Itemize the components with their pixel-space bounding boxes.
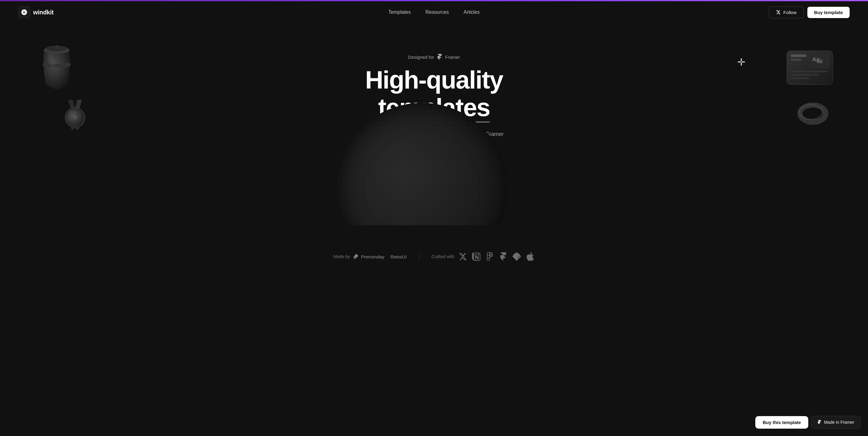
- card-svg: 🏔 Aa: [785, 48, 834, 88]
- decorative-card: 🏔 Aa: [785, 48, 834, 88]
- nav-actions: Follow Buy template: [769, 6, 849, 19]
- logo-icon: [19, 6, 30, 18]
- windkit-logo-svg: [21, 9, 28, 15]
- made-by-label: Made by: [334, 254, 350, 259]
- nav-resources[interactable]: Resources: [426, 9, 449, 15]
- decorative-torus: [798, 100, 828, 127]
- svg-rect-10: [791, 59, 802, 61]
- made-by-section: Made by Premonday ReissUI: [334, 254, 407, 259]
- designed-for: Designed for Framer: [408, 54, 460, 60]
- made-in-framer-label: Made in Framer: [824, 420, 854, 425]
- navbar: windkit Templates Resources Articles Fol…: [0, 1, 868, 23]
- buy-template-button[interactable]: Buy template: [807, 7, 849, 18]
- designed-for-text: Designed for: [408, 55, 434, 60]
- sketch-craft-icon: [513, 252, 521, 261]
- notion-craft-icon: [472, 252, 480, 261]
- apple-craft-icon: [526, 252, 534, 261]
- divider: [419, 253, 419, 260]
- nav-templates[interactable]: Templates: [389, 9, 411, 15]
- reissui-logo: ReissUI: [391, 254, 407, 259]
- crafted-with-section: Crafted with: [432, 252, 535, 261]
- svg-text:Aa: Aa: [812, 56, 819, 62]
- svg-rect-9: [791, 55, 806, 57]
- decorative-medal: ★: [61, 97, 89, 130]
- hero-section: ★ 🏔 Aa: [0, 23, 868, 201]
- premonday-icon: [353, 254, 359, 259]
- torus-svg: [798, 100, 828, 127]
- made-by-logos: Premonday ReissUI: [353, 254, 406, 259]
- craft-icons: [459, 252, 534, 261]
- brand2-label: ReissUI: [391, 254, 407, 259]
- logo-text: windkit: [33, 9, 54, 16]
- globe-decoration: [336, 103, 532, 225]
- plus-decoration: ✛: [737, 56, 745, 68]
- svg-rect-15: [791, 77, 809, 79]
- nav-articles[interactable]: Articles: [463, 9, 479, 15]
- twitter-icon: [776, 10, 781, 15]
- follow-button[interactable]: Follow: [769, 6, 803, 19]
- figma-craft-icon: [486, 252, 494, 261]
- medal-svg: ★: [61, 97, 89, 130]
- nav-links: Templates Resources Articles: [389, 9, 479, 15]
- globe-dots: [336, 103, 507, 225]
- framer-craft-icon: [499, 252, 507, 261]
- twitter-craft-icon: [459, 252, 467, 261]
- cup-svg: [37, 42, 76, 91]
- svg-rect-14: [791, 74, 818, 75]
- framer-footer-icon: [817, 420, 822, 424]
- decorative-cup: [37, 42, 76, 91]
- made-in-framer-button[interactable]: Made in Framer: [811, 416, 861, 429]
- svg-point-3: [55, 45, 59, 49]
- follow-label: Follow: [783, 10, 796, 15]
- designed-for-brand: Framer: [445, 55, 460, 60]
- logo[interactable]: windkit: [19, 6, 54, 18]
- globe: [336, 103, 507, 225]
- buy-this-template-button[interactable]: Buy this template: [755, 416, 808, 429]
- crafted-with-label: Crafted with: [432, 254, 455, 259]
- hero-title-line1: High-quality: [365, 66, 503, 94]
- bottom-bar: Made by Premonday ReissUI Crafted with: [0, 244, 868, 270]
- svg-rect-13: [791, 71, 828, 72]
- premonday-logo: Premonday: [353, 254, 384, 259]
- footer-fixed: Buy this template Made in Framer: [755, 416, 861, 429]
- brand1-label: Premonday: [361, 254, 384, 259]
- svg-text:★: ★: [72, 113, 79, 121]
- framer-icon-small: [436, 54, 442, 60]
